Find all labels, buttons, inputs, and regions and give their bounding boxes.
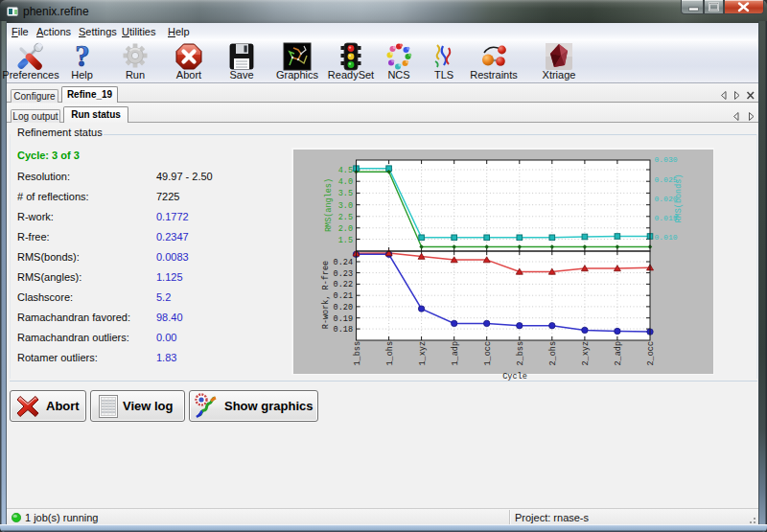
svg-text:0.010: 0.010 bbox=[655, 233, 678, 242]
svg-text:0.23: 0.23 bbox=[334, 269, 353, 279]
svg-text:1_ohs: 1_ohs bbox=[385, 341, 395, 366]
svg-text:R-work, R-free: R-work, R-free bbox=[321, 261, 331, 329]
svg-text:1_occ: 1_occ bbox=[483, 341, 493, 366]
svg-text:0.18: 0.18 bbox=[334, 325, 353, 335]
svg-text:1_adp: 1_adp bbox=[451, 341, 460, 366]
svg-text:3.0: 3.0 bbox=[338, 201, 353, 211]
svg-text:?: ? bbox=[75, 42, 90, 71]
svg-text:2_ohs: 2_ohs bbox=[548, 341, 558, 366]
svg-text:1_xyz: 1_xyz bbox=[418, 341, 428, 366]
svg-text:0.22: 0.22 bbox=[334, 280, 353, 289]
svg-text:RMS(angles): RMS(angles) bbox=[324, 178, 334, 232]
svg-text:2.0: 2.0 bbox=[338, 224, 353, 234]
svg-text:3.5: 3.5 bbox=[338, 189, 353, 198]
svg-text:0.24: 0.24 bbox=[334, 258, 353, 267]
svg-text:1_bss: 1_bss bbox=[353, 341, 362, 366]
svg-text:2_adp: 2_adp bbox=[614, 341, 623, 366]
svg-text:1.5: 1.5 bbox=[338, 236, 353, 245]
svg-text:RMS(bonds): RMS(bonds) bbox=[674, 173, 684, 222]
svg-text:0.19: 0.19 bbox=[334, 314, 353, 324]
svg-text:2_bss: 2_bss bbox=[516, 341, 525, 366]
svg-text:2_xyz: 2_xyz bbox=[581, 341, 591, 366]
svg-text:2.5: 2.5 bbox=[338, 213, 353, 222]
svg-text:2_occ: 2_occ bbox=[646, 341, 656, 366]
svg-text:0.030: 0.030 bbox=[655, 155, 678, 164]
svg-text:4.0: 4.0 bbox=[338, 177, 353, 187]
svg-text:0.21: 0.21 bbox=[334, 291, 353, 301]
svg-text:4.5: 4.5 bbox=[338, 166, 353, 175]
svg-text:0.20: 0.20 bbox=[334, 303, 353, 312]
